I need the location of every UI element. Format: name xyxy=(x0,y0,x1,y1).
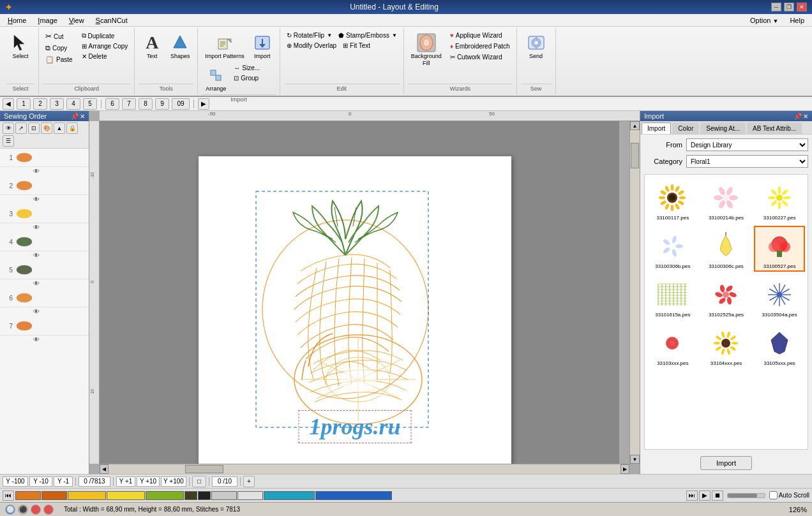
menu-image[interactable]: Image xyxy=(33,15,63,26)
y-minus1-input[interactable] xyxy=(54,476,73,487)
sewing-item[interactable]: 5 xyxy=(0,261,89,279)
hscroll-thumb[interactable] xyxy=(185,465,223,473)
tab-text-attrib[interactable]: AB Text Attrib... xyxy=(747,122,802,134)
background-fill-button[interactable]: BackgroundFill xyxy=(408,31,445,69)
tb2-btn-3[interactable]: 2 xyxy=(33,98,47,110)
tb2-btn-10[interactable]: 9 xyxy=(155,98,169,110)
y-plus100-input[interactable] xyxy=(161,476,186,487)
sewing-panel-close[interactable]: ✕ xyxy=(80,113,85,120)
send-button[interactable]: Send xyxy=(521,31,552,62)
menu-home[interactable]: Home xyxy=(3,15,31,26)
tb2-btn-6[interactable]: 5 xyxy=(83,98,97,110)
eye-icon-3[interactable]: 👁 xyxy=(33,224,40,231)
menu-scanncut[interactable]: ScanNCut xyxy=(91,15,133,26)
menu-help[interactable]: Help xyxy=(785,15,809,26)
status-icon-3[interactable] xyxy=(31,505,41,515)
copy-button[interactable]: ⧉ Copy xyxy=(43,43,75,54)
import-button[interactable]: Import xyxy=(249,31,276,62)
color-swatch[interactable] xyxy=(146,491,184,500)
eye-icon-4[interactable]: 👁 xyxy=(33,252,40,259)
color-swatch[interactable] xyxy=(68,491,106,500)
color-swatch[interactable] xyxy=(264,491,315,500)
play-last-button[interactable]: ⏭ xyxy=(686,490,698,501)
color-swatch[interactable] xyxy=(211,491,237,500)
paste-button[interactable]: 📋 Paste xyxy=(43,54,75,65)
tb2-btn-5[interactable]: 4 xyxy=(66,98,80,110)
object-count-input[interactable] xyxy=(212,476,237,487)
sew-tb-lock[interactable]: 🔒 xyxy=(66,122,78,134)
design-item[interactable]: 33100306c.pes xyxy=(701,226,752,272)
sewing-item[interactable]: 1 xyxy=(0,149,89,167)
text-tool-button[interactable]: A Text xyxy=(139,31,165,62)
menu-view[interactable]: View xyxy=(64,15,89,26)
design-item[interactable]: 33104xxx.pes xyxy=(701,323,752,369)
modify-overlap-button[interactable]: ⊕ Modify Overlap xyxy=(284,41,339,50)
design-item[interactable]: 33100214b.pes xyxy=(701,177,752,223)
sew-tb-list[interactable]: ☰ xyxy=(3,135,14,147)
sewing-item[interactable]: 4 xyxy=(0,233,89,251)
menu-option[interactable]: Option ▼ xyxy=(745,15,783,26)
y-plus10-input[interactable] xyxy=(137,476,160,487)
cut-button[interactable]: ✂ Cut xyxy=(43,31,75,42)
applique-wizard-button[interactable]: ♥ Applique Wizard xyxy=(447,31,513,40)
design-item[interactable]: 33103504a.pes xyxy=(754,274,805,320)
design-item[interactable]: 33100527.pes xyxy=(754,226,805,272)
design-item[interactable]: 33100227.pes xyxy=(754,177,805,223)
stitch-count-input[interactable] xyxy=(79,476,110,487)
color-swatch[interactable] xyxy=(107,491,145,500)
y-plus1-input[interactable] xyxy=(116,476,135,487)
close-button[interactable]: ✕ xyxy=(797,3,807,11)
duplicate-button[interactable]: ⧉ Duplicate xyxy=(79,31,131,41)
canvas-scroll[interactable]: 1progs.ru xyxy=(100,121,619,464)
design-item[interactable]: 33102525a.pes xyxy=(701,274,752,320)
minimize-button[interactable]: ─ xyxy=(771,3,781,11)
sew-tb-color[interactable]: 🎨 xyxy=(41,122,52,134)
sewing-item[interactable]: 7 xyxy=(0,317,89,335)
horizontal-scrollbar[interactable]: ◀ ▶ xyxy=(100,464,629,474)
tab-import[interactable]: Import xyxy=(642,122,671,134)
hscroll-right[interactable]: ▶ xyxy=(620,464,629,474)
tb2-btn-2[interactable]: 1 xyxy=(17,98,31,110)
tab-color[interactable]: Color xyxy=(672,122,699,134)
tb2-btn-11[interactable]: 09 xyxy=(172,98,190,110)
design-item[interactable]: 33101615a.pes xyxy=(647,274,698,320)
select-button[interactable]: Select xyxy=(6,31,34,62)
import-action-button[interactable]: Import xyxy=(700,456,752,470)
cutwork-wizard-button[interactable]: ✂ Cutwork Wizard xyxy=(447,52,513,62)
color-swatch[interactable] xyxy=(41,491,67,500)
tb2-btn-4[interactable]: 3 xyxy=(50,98,64,110)
from-select[interactable]: Design Library Computer USB xyxy=(686,138,808,151)
sewing-item[interactable]: 6 xyxy=(0,289,89,307)
sewing-item[interactable]: 3 xyxy=(0,205,89,223)
progress-slider[interactable] xyxy=(727,493,765,498)
color-swatch[interactable] xyxy=(315,491,392,500)
eye-icon-5[interactable]: 👁 xyxy=(33,280,40,287)
vscroll-up[interactable]: ▲ xyxy=(630,121,640,130)
design-item[interactable]: 33105xxx.pes xyxy=(754,323,805,369)
rotate-flip-button[interactable]: ↻ Rotate/Flip ▼ xyxy=(284,31,335,40)
fit-text-button[interactable]: ⊞ Fit Text xyxy=(340,41,373,50)
color-swatch[interactable] xyxy=(237,491,263,500)
arrange-copy-button[interactable]: ⊞ Arrange Copy xyxy=(79,41,131,51)
auto-scroll-checkbox[interactable] xyxy=(769,491,778,499)
color-swatch[interactable] xyxy=(184,491,197,500)
tb2-expand[interactable]: ▶ xyxy=(198,98,209,110)
stamp-emboss-button[interactable]: ⬟ Stamp/Emboss ▼ xyxy=(336,31,400,40)
status-icon-2[interactable]: ⚫ xyxy=(18,505,28,515)
tb2-btn-7[interactable]: 6 xyxy=(105,98,119,110)
size-button[interactable]: ↔ Size... xyxy=(231,63,262,73)
sew-tb-up[interactable]: ▲ xyxy=(54,122,65,134)
play-button[interactable]: ▶ xyxy=(699,490,710,501)
tb2-btn-8[interactable]: 7 xyxy=(122,98,136,110)
eye-icon-2[interactable]: 👁 xyxy=(33,196,40,203)
design-item[interactable]: 33100306b.pes xyxy=(647,226,698,272)
vertical-scrollbar[interactable]: ▲ ▼ xyxy=(629,121,640,464)
eye-icon-6[interactable]: 👁 xyxy=(33,308,40,315)
status-icon-4[interactable] xyxy=(43,505,54,515)
nav-square[interactable]: □ xyxy=(192,476,206,487)
vscroll-down[interactable]: ▼ xyxy=(630,455,640,464)
tb2-btn-9[interactable]: 8 xyxy=(139,98,153,110)
category-select[interactable]: Floral1 Floral2 Animals Borders xyxy=(686,155,808,168)
tab-sewing-at[interactable]: Sewing At... xyxy=(700,122,746,134)
eye-icon-7[interactable]: 👁 xyxy=(33,336,40,343)
